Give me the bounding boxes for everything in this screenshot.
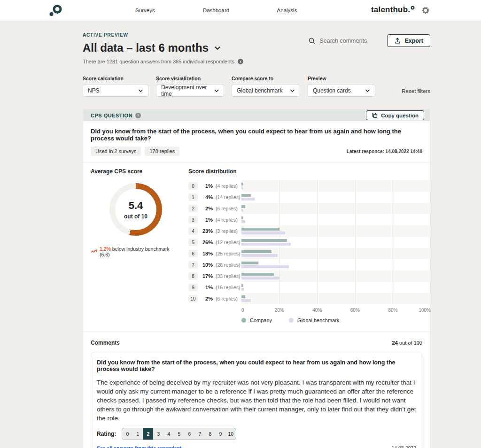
export-button-label: Export xyxy=(404,38,423,44)
data-scope-selector[interactable]: All data – last 6 months xyxy=(83,41,243,54)
search-icon xyxy=(308,37,316,45)
rating-option-3[interactable]: 3 xyxy=(153,428,163,440)
company-bar xyxy=(241,262,258,264)
benchmark-bar xyxy=(241,288,244,291)
top-nav: Surveys Dashboard Analysis talenthub. xyxy=(0,0,481,21)
row-replies: (4 replies) xyxy=(216,183,238,189)
score-distribution-title: Score distribution xyxy=(188,168,431,175)
filter-select[interactable]: Global benchmark xyxy=(232,85,300,97)
distribution-row-label: 710%(26 replies) xyxy=(188,259,241,270)
company-bar xyxy=(241,183,243,185)
benchmark-delta-value: 1.2% xyxy=(100,246,111,252)
legend-item-company: Company xyxy=(241,317,272,323)
row-stripe xyxy=(241,293,431,304)
score-chip: 9 xyxy=(188,284,198,291)
benchmark-delta-line: 1.2% below industry benchmark (6.6) xyxy=(91,246,181,257)
search-comments-input[interactable] xyxy=(319,38,375,44)
copy-question-label: Copy question xyxy=(381,113,419,118)
rating-option-8[interactable]: 8 xyxy=(205,428,215,440)
filter-select[interactable]: Question cards xyxy=(308,85,375,97)
info-icon[interactable]: i xyxy=(238,59,243,64)
comment-question: Did you know from the start of the proce… xyxy=(97,359,416,372)
badge-used-in-surveys: Used in 2 surveys xyxy=(91,147,141,156)
filter-select[interactable]: Development over time xyxy=(156,85,224,97)
distribution-plot xyxy=(241,180,431,304)
distribution-row-label: 102%(6 replies) xyxy=(188,293,241,304)
company-bar xyxy=(241,228,279,231)
question-meta: Used in 2 surveys 178 replies Latest res… xyxy=(91,147,422,156)
question-text: Did you know from the start of the proce… xyxy=(91,128,422,142)
benchmark-bar xyxy=(241,277,279,279)
row-percent: 23% xyxy=(198,228,213,234)
score-chip: 5 xyxy=(188,239,198,246)
x-tick-label: 20% xyxy=(275,308,284,313)
row-replies: (14 replies) xyxy=(216,194,240,200)
comments-title: Comments xyxy=(91,340,120,346)
rating-option-7[interactable]: 7 xyxy=(194,428,205,440)
row-percent: 2% xyxy=(198,206,213,211)
filter-score-calculation: Score calculationNPS xyxy=(83,76,148,97)
distribution-row-label: 91%(16 replies) xyxy=(188,282,241,293)
rating-option-6[interactable]: 6 xyxy=(184,428,194,440)
ring-and-dot-icon xyxy=(48,4,62,17)
filter-compare-score-to: Compare score toGlobal benchmark xyxy=(232,76,300,97)
row-stripe xyxy=(241,225,431,237)
charts-section: Average CPS score 5.4 out of 10 1.2% bel… xyxy=(83,162,430,332)
row-percent: 26% xyxy=(198,239,213,245)
see-all-answers-link[interactable]: See all answers from this repondent xyxy=(97,445,181,448)
search-comments[interactable] xyxy=(308,37,375,45)
brand-ring-icon xyxy=(411,6,415,10)
copy-question-button[interactable]: Copy question xyxy=(366,110,424,120)
row-stripe xyxy=(241,180,431,192)
row-replies: (6 replies) xyxy=(216,206,238,211)
distribution-row-label: 423%(3 replies) xyxy=(188,225,241,237)
rating-option-4[interactable]: 4 xyxy=(163,428,174,440)
filter-value: Question cards xyxy=(313,87,351,94)
row-replies: (25 replies) xyxy=(216,251,240,256)
row-replies: (12 replies) xyxy=(216,239,240,245)
cps-question-label: CPS QUESTION xyxy=(91,113,132,118)
distribution-row-label: 14%(14 replies) xyxy=(188,192,241,203)
row-percent: 1% xyxy=(198,285,213,290)
active-preview-label: ACTIVE PREVIEW xyxy=(83,32,243,38)
distribution-labels: 01%(4 replies)14%(14 replies)22%(6 repli… xyxy=(188,180,241,326)
benchmark-bar xyxy=(241,186,243,189)
rating-option-2[interactable]: 2 xyxy=(143,428,153,440)
header-left: ACTIVE PREVIEW All data – last 6 months … xyxy=(83,32,243,64)
row-stripe xyxy=(241,248,431,259)
distribution-row-label: 01%(4 replies) xyxy=(188,180,241,192)
comment-date: 14.08.2022 xyxy=(391,445,416,448)
rating-option-1[interactable]: 1 xyxy=(132,428,143,440)
chevron-down-icon xyxy=(138,89,143,93)
talenthub-logo-icon[interactable] xyxy=(48,4,62,19)
reset-filters-button[interactable]: Reset filters xyxy=(402,88,430,94)
nav-link-analysis[interactable]: Analysis xyxy=(277,8,297,13)
rating-option-0[interactable]: 0 xyxy=(122,428,132,440)
legend-dot-icon xyxy=(241,318,246,323)
x-tick-label: 100% xyxy=(419,308,431,313)
score-chip: 3 xyxy=(188,216,198,224)
rating-option-5[interactable]: 5 xyxy=(174,428,184,440)
score-chip: 2 xyxy=(188,205,198,212)
chevron-down-icon xyxy=(214,89,219,93)
rating-option-9[interactable]: 9 xyxy=(215,428,225,440)
score-chip: 6 xyxy=(188,250,198,257)
legend-label: Global benchmark xyxy=(297,317,339,323)
page-content: ACTIVE PREVIEW All data – last 6 months … xyxy=(0,21,481,448)
export-button[interactable]: Export xyxy=(387,34,430,47)
score-chip: 4 xyxy=(188,227,198,235)
company-bar xyxy=(241,216,243,219)
comment-body: The experience of being deceived by my r… xyxy=(97,378,416,423)
row-replies: (33 replies) xyxy=(216,273,240,279)
badge-replies: 178 replies xyxy=(145,147,179,156)
settings-gear-icon[interactable] xyxy=(422,7,429,16)
question-card: CPS QUESTION i Copy question Did you kno… xyxy=(83,109,430,448)
filter-value: Development over time xyxy=(161,84,214,97)
rating-option-10[interactable]: 10 xyxy=(225,428,236,440)
nav-link-dashboard[interactable]: Dashboard xyxy=(203,8,229,13)
nav-link-surveys[interactable]: Surveys xyxy=(135,8,155,13)
filter-select[interactable]: NPS xyxy=(83,85,148,97)
info-icon[interactable]: i xyxy=(135,113,141,118)
row-replies: (3 replies) xyxy=(216,228,238,234)
benchmark-bar xyxy=(241,232,285,234)
